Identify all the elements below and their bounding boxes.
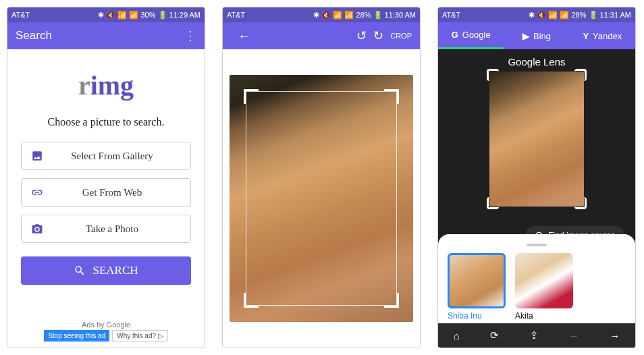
mute-icon: 🔇 <box>537 11 546 20</box>
yandex-icon: Y <box>583 31 589 41</box>
tab-yandex[interactable]: Y Yandex <box>570 22 635 49</box>
menu-kebab-icon[interactable]: ⋮ <box>184 28 196 43</box>
result-label: Shiba Inu <box>448 311 506 321</box>
page-title: Search <box>16 29 52 43</box>
get-from-web-button[interactable]: Get From Web <box>21 178 191 207</box>
search-icon <box>74 265 86 277</box>
why-ad-button[interactable]: Why this ad? ▷ <box>112 330 168 342</box>
battery-label: 28% <box>571 11 586 19</box>
home-icon[interactable]: ⌂ <box>454 330 460 342</box>
camera-icon <box>31 223 43 235</box>
signal-icon: 📶 <box>560 11 569 20</box>
status-icons: ✱ 🔇 📶 📶 28% 🔋 11:31 AM <box>529 11 631 20</box>
lens-image-frame[interactable] <box>489 72 584 207</box>
tab-google[interactable]: G Google <box>438 22 504 49</box>
result-thumb <box>448 253 506 308</box>
status-bar: AT&T ✱ 🔇 📶 📶 28% 🔋 11:31 AM <box>438 7 635 22</box>
tagline-text: Choose a picture to search. <box>48 116 165 128</box>
crop-handle-br[interactable] <box>384 293 399 308</box>
bluetooth-icon: ✱ <box>313 11 319 20</box>
bluetooth-icon: ✱ <box>529 11 535 20</box>
share-icon[interactable]: ⇪ <box>530 329 539 342</box>
wifi-icon: 📶 <box>548 11 558 20</box>
result-card[interactable]: Akita <box>515 253 573 321</box>
wifi-icon: 📶 <box>117 11 127 20</box>
tab-label: Google <box>462 30 491 40</box>
mute-icon: 🔇 <box>321 11 331 20</box>
drag-handle[interactable] <box>527 244 547 246</box>
crop-handle-tr[interactable] <box>384 89 399 104</box>
crop-button[interactable]: CROP <box>390 32 412 40</box>
battery-icon: 🔋 <box>589 11 598 20</box>
button-label: Take a Photo <box>43 223 181 235</box>
status-icons: ✱ 🔇 📶 📶 30% 🔋 11:29 AM <box>98 11 200 20</box>
result-thumb <box>515 253 573 308</box>
crop-frame[interactable] <box>246 91 397 306</box>
lens-corner-tl[interactable] <box>487 69 499 81</box>
signal-icon: 📶 <box>344 11 354 20</box>
crop-handle-bl[interactable] <box>244 293 259 308</box>
bluetooth-icon: ✱ <box>98 11 104 20</box>
query-image <box>489 72 584 207</box>
ad-label: Ads by Google <box>82 321 130 329</box>
rotate-cw-icon[interactable]: ↻ <box>373 28 383 43</box>
status-bar: AT&T ✱ 🔇 📶 📶 30% 🔋 11:29 AM <box>7 7 205 22</box>
mute-icon: 🔇 <box>106 11 115 20</box>
take-photo-button[interactable]: Take a Photo <box>21 215 191 243</box>
crop-handle-tl[interactable] <box>244 89 259 104</box>
time-label: 11:29 AM <box>169 11 200 19</box>
battery-icon: 🔋 <box>373 11 383 20</box>
reload-icon[interactable]: ⟳ <box>490 329 499 342</box>
bing-icon: ▶ <box>522 31 529 41</box>
battery-label: 30% <box>140 11 155 19</box>
ad-strip: Ads by Google Stop seeing this ad Why th… <box>7 318 205 348</box>
engine-tabs: G Google ▶ Bing Y Yandex <box>438 22 635 49</box>
rotate-ccw-icon[interactable]: ↺ <box>356 28 367 43</box>
logo-letter-r: r <box>78 70 90 101</box>
battery-label: 28% <box>356 11 371 19</box>
crop-area[interactable] <box>223 49 420 348</box>
forward-icon[interactable]: → <box>610 330 620 342</box>
bottom-nav: ⌂ ⟳ ⇪ ← → <box>438 323 635 348</box>
carrier-label: AT&T <box>11 11 30 19</box>
app-logo: r img <box>78 70 134 101</box>
google-g-icon: G <box>452 30 458 40</box>
signal-icon: 📶 <box>129 11 138 20</box>
stop-ad-button[interactable]: Stop seeing this ad <box>44 330 109 342</box>
select-gallery-button[interactable]: Select From Gallery <box>21 142 191 170</box>
results-row: Shiba Inu Akita <box>448 253 626 321</box>
tab-label: Bing <box>533 31 551 41</box>
result-label: Akita <box>515 311 573 321</box>
lens-title: Google Google LensLens <box>508 56 565 67</box>
tab-label: Yandex <box>593 31 622 41</box>
button-label: Select From Gallery <box>43 151 181 162</box>
time-label: 11:31 AM <box>600 11 631 19</box>
button-label: SEARCH <box>92 264 138 277</box>
back-icon[interactable]: ← <box>238 28 251 44</box>
gallery-icon <box>31 150 43 162</box>
logo-word-img: img <box>90 70 134 101</box>
link-icon <box>31 186 43 198</box>
button-label: Get From Web <box>43 187 181 198</box>
status-bar: AT&T ✱ 🔇 📶 📶 28% 🔋 11:30 AM <box>223 7 420 22</box>
status-icons: ✱ 🔇 📶 📶 28% 🔋 11:30 AM <box>313 11 416 20</box>
app-bar: Search ⋮ <box>7 22 205 49</box>
back-icon[interactable]: ← <box>569 330 579 342</box>
carrier-label: AT&T <box>227 11 245 19</box>
lens-view: Google Google LensLens Find image source… <box>438 49 635 323</box>
search-button[interactable]: SEARCH <box>21 256 191 285</box>
phone-panel-3: AT&T ✱ 🔇 📶 📶 28% 🔋 11:31 AM G Google ▶ B… <box>437 7 636 348</box>
phone-panel-1: AT&T ✱ 🔇 📶 📶 30% 🔋 11:29 AM Search ⋮ r i… <box>7 7 205 348</box>
carrier-label: AT&T <box>442 11 460 19</box>
time-label: 11:30 AM <box>385 11 416 19</box>
main-content: r img Choose a picture to search. Select… <box>7 49 205 348</box>
phone-panel-2: AT&T ✱ 🔇 📶 📶 28% 🔋 11:30 AM ← ↺ ↻ CROP <box>222 7 421 348</box>
crop-toolbar: ← ↺ ↻ CROP <box>223 22 420 49</box>
results-panel[interactable]: Shiba Inu Akita <box>438 234 635 323</box>
result-card[interactable]: Shiba Inu <box>448 253 506 321</box>
tab-bing[interactable]: ▶ Bing <box>504 22 569 49</box>
lens-corner-tr[interactable] <box>574 69 587 81</box>
lens-corner-br[interactable] <box>574 197 587 209</box>
lens-corner-bl[interactable] <box>487 197 499 209</box>
battery-icon: 🔋 <box>158 11 167 20</box>
